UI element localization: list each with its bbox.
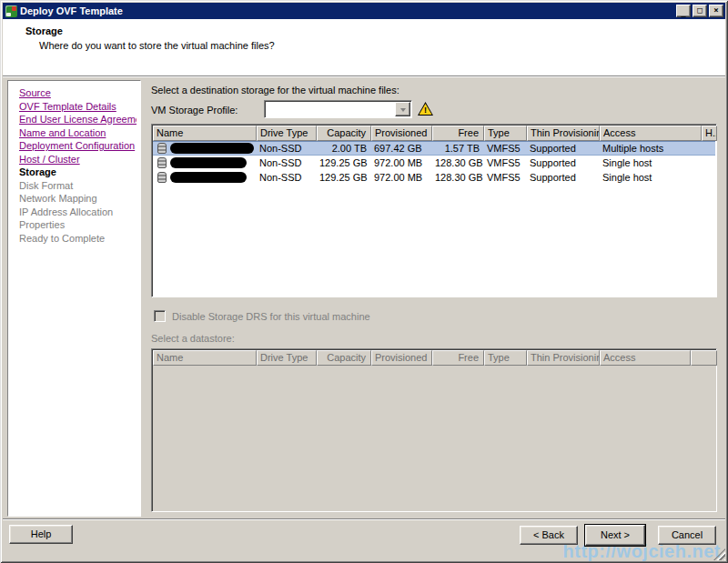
table-row[interactable]: Non-SSD 2.00 TB 697.42 GB 1.57 TB VMFS5 … [153, 141, 715, 156]
vsphere-app-icon [5, 5, 17, 17]
datastore-icon [157, 143, 167, 154]
sidebar-item-disk-format: Disk Format [19, 179, 136, 193]
title-bar: Deploy OVF Template _ □ × [3, 3, 725, 19]
capacity-cell: 2.00 TB [317, 143, 371, 154]
column-header-h[interactable]: H.. [702, 126, 717, 141]
next-button[interactable]: Next > [585, 525, 645, 546]
sidebar-item-network-mapping: Network Mapping [19, 192, 136, 206]
table-row[interactable]: Non-SSD 129.25 GB 972.00 MB 128.30 GB VM… [153, 170, 715, 185]
drive-type-cell: Non-SSD [257, 157, 317, 168]
access-cell: Single host [600, 157, 702, 168]
column-header-empty [691, 350, 717, 366]
datastore-name-cell [153, 143, 257, 154]
page-subtitle: Where do you want to store the virtual m… [39, 40, 275, 51]
footer-divider [3, 518, 725, 520]
vm-storage-profile-label: VM Storage Profile: [151, 105, 238, 116]
drive-type-cell: Non-SSD [257, 143, 317, 154]
datastore-table: Name Drive Type Capacity Provisioned Fre… [151, 348, 717, 512]
capacity-cell: 129.25 GB [317, 157, 371, 168]
column-header-free[interactable]: Free [432, 126, 484, 141]
column-header-access[interactable]: Access [600, 126, 702, 141]
datastore-name-cell [153, 172, 257, 183]
thin-provisioning-cell: Supported [527, 172, 600, 183]
column-header-free: Free [432, 350, 484, 366]
column-header-drive-type[interactable]: Drive Type [257, 126, 317, 141]
column-header-type[interactable]: Type [484, 126, 527, 141]
column-header-type: Type [484, 350, 527, 366]
deploy-ovf-template-dialog: Deploy OVF Template _ □ × Storage Where … [0, 0, 728, 563]
provisioned-cell: 972.00 MB [371, 157, 432, 168]
cancel-button[interactable]: Cancel [658, 526, 716, 545]
back-button[interactable]: < Back [520, 526, 578, 545]
redacted-name [170, 157, 247, 168]
maximize-button[interactable]: □ [693, 5, 707, 17]
sidebar-item-source[interactable]: Source [19, 86, 136, 100]
disable-storage-drs-label: Disable Storage DRS for this virtual mac… [172, 311, 370, 322]
storage-table: Name Drive Type Capacity Provisioned Fre… [151, 124, 717, 297]
column-header-thin-provisioning: Thin Provisioning [527, 350, 600, 366]
datastore-name-cell [153, 157, 257, 168]
free-cell: 128.30 GB [432, 157, 484, 168]
access-cell: Multiple hosts [600, 143, 702, 154]
help-button[interactable]: Help [9, 525, 73, 544]
column-header-drive-type: Drive Type [257, 350, 317, 366]
drive-type-cell: Non-SSD [257, 172, 317, 183]
provisioned-cell: 972.00 MB [371, 172, 432, 183]
column-header-access: Access [600, 350, 691, 366]
column-header-name: Name [153, 350, 257, 366]
sidebar-item-ready-to-complete: Ready to Complete [19, 232, 136, 246]
sidebar-item-deployment-configuration[interactable]: Deployment Configuration [19, 139, 136, 153]
column-header-capacity: Capacity [317, 350, 371, 366]
close-button[interactable]: × [709, 5, 723, 17]
datastore-table-header: Name Drive Type Capacity Provisioned Fre… [153, 350, 715, 366]
datastore-icon [157, 157, 167, 168]
page-title: Storage [25, 25, 63, 36]
thin-provisioning-cell: Supported [527, 143, 600, 154]
type-cell: VMFS5 [484, 172, 527, 183]
warning-exclamation: ! [418, 106, 433, 115]
datastore-icon [157, 172, 167, 183]
sidebar-item-properties: Properties [19, 218, 136, 232]
type-cell: VMFS5 [484, 143, 527, 154]
redacted-name [170, 172, 247, 183]
thin-provisioning-cell: Supported [527, 157, 600, 168]
destination-storage-instruction: Select a destination storage for the vir… [151, 85, 399, 96]
column-header-provisioned: Provisioned [371, 350, 432, 366]
type-cell: VMFS5 [484, 157, 527, 168]
table-row[interactable]: Non-SSD 129.25 GB 972.00 MB 128.30 GB VM… [153, 156, 715, 170]
sidebar-item-end-user-license-agreement[interactable]: End User License Agreement [19, 113, 136, 126]
window-title: Deploy OVF Template [20, 5, 674, 16]
sidebar-item-name-and-location[interactable]: Name and Location [19, 126, 136, 140]
select-datastore-label: Select a datastore: [151, 333, 235, 344]
free-cell: 1.57 TB [432, 143, 484, 154]
column-header-name[interactable]: Name [153, 126, 257, 141]
minimize-icon: _ [681, 9, 685, 17]
column-header-capacity[interactable]: Capacity [317, 126, 371, 141]
warning-icon: ! [418, 102, 433, 116]
column-header-provisioned[interactable]: Provisioned [371, 126, 432, 141]
disable-storage-drs-checkbox [154, 310, 166, 322]
minimize-button[interactable]: _ [676, 5, 691, 17]
maximize-icon: □ [697, 6, 702, 15]
vm-storage-profile-dropdown [264, 100, 412, 118]
wizard-steps-sidebar: Source OVF Template Details End User Lic… [7, 80, 141, 517]
wizard-header: Storage Where do you want to store the v… [3, 19, 725, 76]
sidebar-item-ip-address-allocation: IP Address Allocation [19, 206, 136, 219]
dropdown-button [395, 102, 410, 116]
provisioned-cell: 697.42 GB [371, 143, 432, 154]
close-icon: × [713, 6, 718, 15]
capacity-cell: 129.25 GB [317, 172, 371, 183]
chevron-down-icon [400, 108, 406, 115]
storage-table-header: Name Drive Type Capacity Provisioned Fre… [153, 126, 715, 141]
free-cell: 128.30 GB [432, 172, 484, 183]
sidebar-item-host-cluster[interactable]: Host / Cluster [19, 153, 136, 166]
sidebar-item-ovf-template-details[interactable]: OVF Template Details [19, 100, 136, 114]
redacted-name [170, 143, 254, 154]
access-cell: Single host [600, 172, 702, 183]
column-header-thin-provisioning[interactable]: Thin Provisioning [527, 126, 600, 141]
sidebar-item-storage: Storage [19, 166, 136, 179]
